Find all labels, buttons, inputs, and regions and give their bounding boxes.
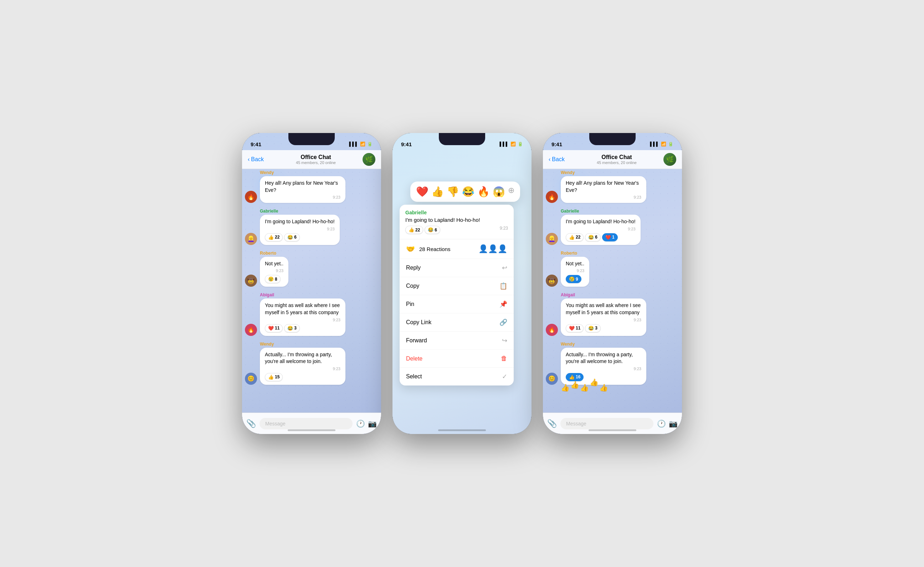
bubble[interactable]: I'm going to Lapland! Ho-ho-ho! 9:23 👍22… xyxy=(561,215,640,245)
msg-time: 9:23 xyxy=(566,227,636,231)
signal-icon-2: ▌▌▌ xyxy=(500,141,509,147)
reaction-badge[interactable]: 😢8 xyxy=(265,275,280,283)
msg-time: 9:23 xyxy=(265,195,340,199)
camera-icon[interactable]: 📷 xyxy=(368,420,377,428)
reaction-badge-laugh[interactable]: 😂6 xyxy=(585,233,601,241)
context-menu-list: 🤝 28 Reactions 👤👤👤 Reply ↩ Copy 📋 Pin xyxy=(400,239,514,385)
copy-link-menu-item[interactable]: Copy Link 🔗 xyxy=(400,313,514,332)
reaction-badge-laugh[interactable]: 😂6 xyxy=(424,226,440,234)
message-bubble: Abigail You might as well ask where I se… xyxy=(260,292,345,335)
msg-time: 9:23 xyxy=(566,318,641,322)
spacer xyxy=(546,391,679,405)
msg-time: 9:23 xyxy=(265,367,340,371)
bubble[interactable]: Not yet.. 9:23 😢8 xyxy=(260,257,288,287)
table-row: 👱‍♀️ Gabrielle I'm going to Lapland! Ho-… xyxy=(245,209,378,245)
reaction-badge-thumbs-active[interactable]: 👍16 xyxy=(566,373,584,381)
emoji-thumbsup[interactable]: 👍 xyxy=(431,186,444,197)
copy-menu-item[interactable]: Copy 📋 xyxy=(400,277,514,295)
reply-menu-item[interactable]: Reply ↩ xyxy=(400,259,514,277)
sender-name: Wendy xyxy=(260,341,345,347)
message-bubble: Roberto Not yet.. 9:23 😢8 xyxy=(260,251,288,287)
message-bubble: Roberto Not yet.. 9:23 😢9 xyxy=(561,251,589,287)
more-emojis-button[interactable]: ⊕ xyxy=(508,186,514,197)
message-input-3[interactable]: Message xyxy=(560,418,653,429)
msg-text: You might as well ask where I see myself… xyxy=(566,302,641,316)
emoji-scared[interactable]: 😱 xyxy=(493,186,505,197)
forward-menu-item[interactable]: Forward ↪ xyxy=(400,332,514,350)
home-indicator-1 xyxy=(288,429,336,431)
emoji-heart[interactable]: ❤️ xyxy=(416,186,429,197)
back-button-1[interactable]: ‹ Back xyxy=(248,156,269,162)
bubble[interactable]: Actually... I'm throwing a party, you're… xyxy=(260,348,345,385)
reply-label: Reply xyxy=(406,265,421,271)
back-button-3[interactable]: ‹ Back xyxy=(549,156,570,162)
table-row: 🤠 Roberto Not yet.. 9:23 😢9 xyxy=(546,251,679,287)
group-avatar-1[interactable]: 🌿 xyxy=(363,153,375,166)
message-bubble: Wendy Hey all! Any plans for New Year's … xyxy=(561,170,646,203)
msg-time: 9:23 xyxy=(566,269,584,273)
message-bubble: Gabrielle I'm going to Lapland! Ho-ho-ho… xyxy=(561,209,640,245)
reaction-badge[interactable]: 👍22 xyxy=(265,233,283,241)
bubble[interactable]: Actually... I'm throwing a party, you're… xyxy=(561,348,646,385)
reaction-badge-thumbs[interactable]: 👍22 xyxy=(405,226,423,234)
emoji-picker[interactable]: ❤️ 👍 👎 😂 🔥 😱 ⊕ xyxy=(410,182,520,202)
msg-text: I'm going to Lapland! Ho-ho-ho! xyxy=(566,218,636,226)
reactions-menu-item[interactable]: 🤝 28 Reactions 👤👤👤 xyxy=(400,239,514,259)
header-title-1: Office Chat xyxy=(269,154,363,161)
reaction-badge[interactable]: 😂3 xyxy=(284,324,300,332)
message-input-1[interactable]: Message xyxy=(260,418,352,429)
sender-name: Roberto xyxy=(260,251,288,256)
reply-icon: ↩ xyxy=(502,264,507,272)
header-subtitle-1: 45 members, 20 online xyxy=(269,161,363,165)
reaction-badge-heart[interactable]: ❤️11 xyxy=(566,324,584,332)
copy-icon: 📋 xyxy=(500,282,507,290)
chevron-left-icon-3: ‹ xyxy=(549,156,550,162)
bubble[interactable]: You might as well ask where I see myself… xyxy=(561,298,646,335)
clock-icon[interactable]: 🕐 xyxy=(356,420,365,428)
reaction-badge[interactable]: ❤️11 xyxy=(265,324,283,332)
pin-menu-item[interactable]: Pin 📌 xyxy=(400,295,514,313)
msg-text: Actually... I'm throwing a party, you're… xyxy=(265,351,340,365)
sender-name: Wendy xyxy=(260,170,345,175)
msg-text: Actually... I'm throwing a party, you're… xyxy=(566,351,641,365)
back-label-3[interactable]: Back xyxy=(552,156,565,162)
avatar: 👱‍♀️ xyxy=(245,233,257,245)
delete-label: Delete xyxy=(406,355,422,362)
reaction-badge-thumbs[interactable]: 👍22 xyxy=(566,233,584,241)
avatar: 😊 xyxy=(245,373,257,385)
chat-area-1[interactable]: 🔥 Wendy Hey all! Any plans for New Year'… xyxy=(242,167,381,413)
emoji-fire[interactable]: 🔥 xyxy=(477,186,490,197)
back-label-1[interactable]: Back xyxy=(251,156,264,162)
reaction-badge-laugh2[interactable]: 😂3 xyxy=(585,324,601,332)
bubble-wrapper: Actually... I'm throwing a party, you're… xyxy=(561,348,646,385)
message-bubble: Abigail You might as well ask where I se… xyxy=(561,292,646,335)
camera-icon-3[interactable]: 📷 xyxy=(669,420,678,428)
check-icon: ✓ xyxy=(502,373,507,381)
chat-header-1: ‹ Back Office Chat 45 members, 20 online… xyxy=(242,150,381,169)
delete-menu-item[interactable]: Delete 🗑 xyxy=(400,350,514,368)
bubble[interactable]: You might as well ask where I see myself… xyxy=(260,298,345,335)
context-msg-time: 9:23 xyxy=(500,226,508,234)
bubble[interactable]: Not yet.. 9:23 😢9 xyxy=(561,257,589,287)
reaction-badge-heart-active[interactable]: ❤️1 xyxy=(602,233,618,241)
select-menu-item[interactable]: Select ✓ xyxy=(400,368,514,385)
attach-icon[interactable]: 📎 xyxy=(246,419,256,428)
reactions: ❤️11 😂3 xyxy=(265,324,340,332)
group-avatar-3[interactable]: 🌿 xyxy=(663,153,676,166)
screen-2: 9:41 ▌▌▌ 📶 🔋 ❤️ 👍 👎 😂 🔥 😱 ⊕ xyxy=(393,133,531,434)
bubble[interactable]: Hey all! Any plans for New Year's Eve? 9… xyxy=(561,176,646,203)
chat-area-3[interactable]: 🔥 Wendy Hey all! Any plans for New Year'… xyxy=(543,167,682,413)
reaction-badge[interactable]: 👍15 xyxy=(265,373,283,381)
pin-label: Pin xyxy=(406,301,414,307)
msg-time: 9:23 xyxy=(265,318,340,322)
context-text: I'm going to Lapland! Ho-ho-ho! xyxy=(405,217,508,223)
bubble[interactable]: Hey all! Any plans for New Year's Eve? 9… xyxy=(260,176,345,203)
msg-text: Not yet.. xyxy=(265,260,284,268)
clock-icon-3[interactable]: 🕐 xyxy=(657,420,666,428)
bubble[interactable]: I'm going to Lapland! Ho-ho-ho! 9:23 👍22… xyxy=(260,215,340,245)
attach-icon-3[interactable]: 📎 xyxy=(547,419,557,428)
reaction-badge[interactable]: 😂6 xyxy=(284,233,300,241)
reaction-badge-cry-active[interactable]: 😢9 xyxy=(566,275,581,283)
emoji-laugh[interactable]: 😂 xyxy=(462,186,474,197)
emoji-thumbsdown[interactable]: 👎 xyxy=(447,186,459,197)
